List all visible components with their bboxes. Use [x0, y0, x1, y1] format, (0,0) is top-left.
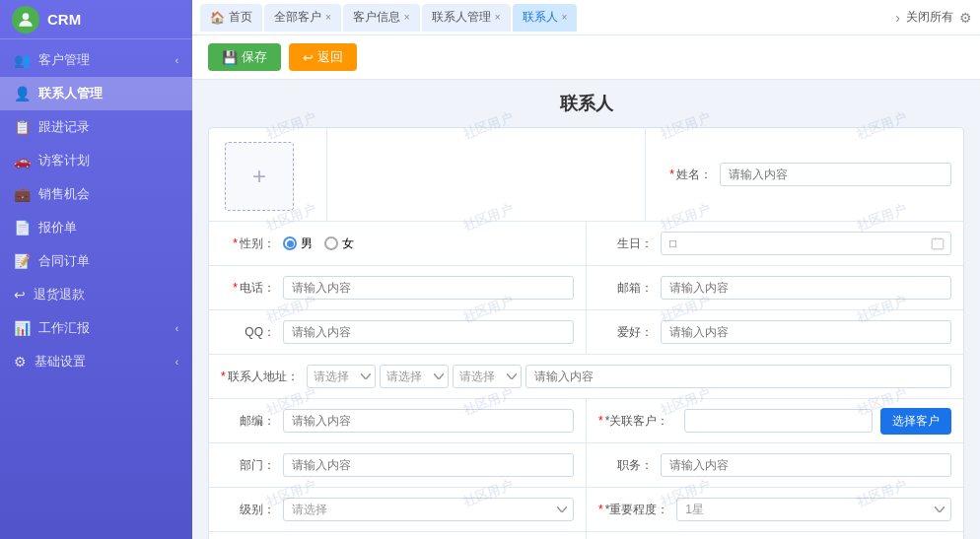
form-row-gender: 性别： 男 女 生日： — [209, 222, 963, 266]
position-input[interactable] — [661, 453, 951, 477]
gender-radio-group: 男 女 — [283, 236, 354, 252]
close-tab-contact-mgmt[interactable]: × — [495, 12, 501, 23]
follow-icon: 📋 — [14, 119, 31, 135]
address-city-select[interactable]: 请选择 — [380, 365, 449, 388]
phone-cell: 电话： — [209, 266, 587, 309]
sidebar-item-customer-mgmt[interactable]: 👥 客户管理 ‹ — [0, 43, 192, 77]
sidebar-item-label: 基础设置 — [35, 353, 86, 371]
returns-icon: ↩ — [14, 287, 26, 303]
select-customer-button[interactable]: 选择客户 — [880, 408, 951, 435]
address-cell: 联系人地址： 请选择 请选择 请选择 — [209, 355, 963, 398]
return-icon: ↩ — [303, 50, 314, 65]
position-cell: 职务： — [587, 443, 963, 487]
avatar-upload[interactable]: + — [225, 142, 294, 211]
svg-point-0 — [23, 13, 30, 20]
wechat-input[interactable] — [283, 409, 574, 433]
importance-cell: *重要程度： 1星 — [587, 488, 963, 531]
plus-icon: + — [252, 163, 266, 190]
form-row-decision: 决策关系： 请选择 亲密度： 1星 — [209, 532, 963, 539]
report-icon: 📊 — [14, 320, 31, 336]
gender-male-option[interactable]: 男 — [283, 236, 313, 252]
sidebar-nav: 👥 客户管理 ‹ 👤 联系人管理 📋 跟进记录 🚗 访客计划 💼 销售机会 📄 … — [0, 39, 192, 382]
gender-male-label: 男 — [301, 236, 313, 252]
sidebar-item-label: 报价单 — [38, 219, 77, 236]
toolbar: 💾 保存 ↩ 返回 — [192, 35, 980, 80]
close-tab-contact[interactable]: × — [562, 12, 568, 23]
form-row-phone: 电话： 邮箱： — [209, 266, 963, 310]
tab-home[interactable]: 🏠 首页 — [200, 4, 262, 32]
logo-text: CRM — [47, 11, 81, 28]
address-province-select[interactable]: 请选择 — [307, 365, 376, 388]
position-label: 职务： — [598, 457, 653, 474]
chevron-right-icon-2: ‹ — [175, 323, 178, 334]
phone-input[interactable] — [283, 276, 574, 300]
sidebar-item-follow-records[interactable]: 📋 跟进记录 — [0, 110, 192, 144]
return-button[interactable]: ↩ 返回 — [289, 43, 357, 71]
dept-input[interactable] — [283, 453, 574, 477]
form-row-wechat: 邮编： *关联客户： 选择客户 — [209, 399, 963, 443]
level-select[interactable]: 请选择 — [283, 498, 574, 521]
return-label: 返回 — [317, 48, 343, 66]
address-label: 联系人地址： — [221, 369, 299, 385]
visit-icon: 🚗 — [14, 153, 31, 168]
sidebar-item-label: 联系人管理 — [38, 85, 103, 102]
tab-all-customers-label: 全部客户 — [274, 9, 321, 26]
sidebar-item-label: 客户管理 — [38, 51, 90, 69]
address-detail-input[interactable] — [525, 365, 951, 388]
linked-customer-cell: *关联客户： 选择客户 — [587, 399, 963, 442]
sidebar-item-label: 销售机会 — [38, 185, 90, 203]
more-tabs-icon[interactable]: › — [895, 10, 900, 26]
hobby-input[interactable] — [661, 320, 951, 344]
avatar-cell: + — [209, 128, 327, 221]
importance-select[interactable]: 1星 — [676, 498, 951, 521]
sidebar-item-basic-settings[interactable]: ⚙ 基础设置 ‹ — [0, 345, 192, 378]
gender-label: 性别： — [221, 236, 275, 252]
name-input[interactable] — [720, 163, 951, 186]
tab-customer-info-label: 客户信息 — [353, 9, 400, 26]
dept-cell: 部门： — [209, 443, 587, 487]
qq-cell: QQ： — [209, 310, 587, 354]
form-card: + 姓名： 性别： 男 — [208, 127, 964, 539]
address-district-select[interactable]: 请选择 — [453, 365, 522, 388]
tab-home-label: 首页 — [229, 9, 252, 26]
tab-contact-mgmt[interactable]: 联系人管理 × — [422, 4, 511, 32]
phone-label: 电话： — [221, 280, 275, 297]
select-customer-label: 选择客户 — [892, 414, 940, 428]
sidebar-item-returns[interactable]: ↩ 退货退款 — [0, 278, 192, 311]
close-all-label[interactable]: 关闭所有 — [906, 9, 953, 26]
close-tab-customer-info[interactable]: × — [404, 12, 410, 23]
contract-icon: 📝 — [14, 253, 31, 269]
settings-gear-icon[interactable]: ⚙ — [959, 10, 972, 26]
form-row-avatar: + 姓名： — [209, 128, 963, 222]
tab-all-customers[interactable]: 全部客户 × — [264, 4, 341, 32]
tab-customer-info[interactable]: 客户信息 × — [343, 4, 420, 32]
tab-bar: 🏠 首页 全部客户 × 客户信息 × 联系人管理 × 联系人 × › 关闭所有 … — [192, 0, 980, 35]
save-button[interactable]: 💾 保存 — [208, 43, 281, 71]
sidebar-item-work-report[interactable]: 📊 工作汇报 ‹ — [0, 311, 192, 345]
birthday-cell: 生日： — [587, 222, 963, 265]
qq-input[interactable] — [283, 320, 574, 344]
email-label: 邮箱： — [598, 280, 653, 297]
chevron-right-icon-3: ‹ — [175, 357, 178, 368]
sidebar-item-contract-order[interactable]: 📝 合同订单 — [0, 244, 192, 278]
tab-contact[interactable]: 联系人 × — [513, 4, 578, 32]
chevron-right-icon: ‹ — [175, 55, 178, 66]
wechat-cell: 邮编： — [209, 399, 587, 442]
email-input[interactable] — [661, 276, 951, 300]
home-icon: 🏠 — [210, 11, 225, 25]
save-icon: 💾 — [222, 50, 238, 65]
sidebar-item-visit-plan[interactable]: 🚗 访客计划 — [0, 144, 192, 177]
gender-female-option[interactable]: 女 — [324, 236, 354, 252]
close-tab-all-customers[interactable]: × — [325, 12, 331, 23]
name-field-cell: 姓名： — [646, 128, 963, 221]
sidebar-item-quotation[interactable]: 📄 报价单 — [0, 211, 192, 244]
app-logo: CRM — [0, 0, 192, 39]
sidebar-item-sales-opportunity[interactable]: 💼 销售机会 — [0, 177, 192, 211]
linked-customer-input[interactable] — [684, 409, 873, 433]
sidebar-item-contact-mgmt[interactable]: 👤 联系人管理 — [0, 77, 192, 110]
form-row-level: 级别： 请选择 *重要程度： 1星 — [209, 488, 963, 532]
save-label: 保存 — [242, 48, 267, 66]
sales-icon: 💼 — [14, 186, 31, 202]
affinity-cell: 亲密度： 1星 — [587, 532, 963, 539]
birthday-input[interactable] — [661, 232, 951, 255]
